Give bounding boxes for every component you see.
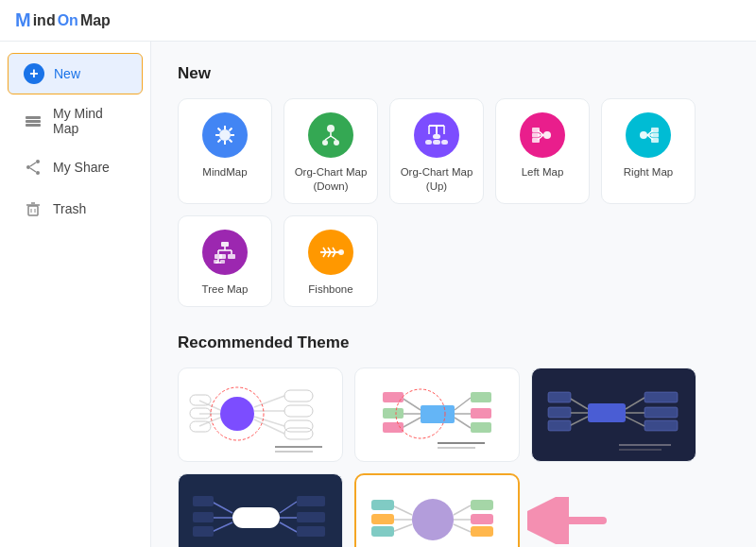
- map-card-orgup[interactable]: Org-Chart Map (Up): [389, 98, 484, 204]
- svg-rect-108: [548, 407, 571, 418]
- svg-rect-78: [284, 428, 313, 439]
- share-icon: [23, 157, 43, 178]
- theme-row-2: [178, 473, 730, 547]
- sidebar-item-new[interactable]: + New: [8, 53, 143, 94]
- map-card-mindmap[interactable]: MindMap: [178, 98, 272, 204]
- svg-point-27: [334, 140, 339, 145]
- svg-rect-34: [433, 140, 440, 145]
- main-area: + New My Mind Map: [0, 42, 756, 547]
- svg-rect-146: [471, 526, 493, 537]
- map-card-treemap[interactable]: Tree Map: [178, 215, 272, 307]
- svg-rect-123: [193, 512, 214, 522]
- logo-text: ind: [33, 12, 56, 29]
- fishbone-icon: [308, 230, 353, 275]
- svg-rect-57: [228, 254, 235, 259]
- svg-rect-48: [651, 133, 659, 138]
- svg-rect-72: [284, 390, 313, 402]
- map-card-rightmap[interactable]: Right Map: [601, 98, 696, 204]
- sidebar-item-myshare[interactable]: My Share: [8, 147, 143, 187]
- svg-line-124: [212, 522, 232, 532]
- svg-rect-136: [371, 500, 394, 510]
- mindmap-icon: [202, 112, 248, 158]
- logo-map: Map: [80, 12, 111, 29]
- svg-rect-92: [383, 408, 404, 419]
- svg-rect-60: [214, 260, 218, 264]
- leftmap-icon: [520, 112, 565, 158]
- treemap-label: Tree Map: [202, 282, 249, 297]
- svg-line-24: [325, 136, 331, 140]
- svg-rect-41: [532, 133, 540, 138]
- svg-point-5: [36, 171, 40, 175]
- svg-rect-104: [588, 403, 626, 422]
- map-card-orgdown[interactable]: Org-Chart Map(Down): [284, 98, 378, 204]
- svg-line-19: [230, 140, 232, 143]
- recommended-section: Recommended Theme: [178, 333, 730, 547]
- new-section-title: New: [178, 64, 730, 83]
- svg-rect-90: [383, 392, 404, 402]
- svg-line-130: [280, 522, 297, 532]
- svg-rect-33: [425, 140, 432, 145]
- svg-line-95: [455, 398, 471, 410]
- svg-rect-40: [532, 128, 540, 132]
- svg-line-139: [392, 524, 412, 532]
- svg-rect-47: [651, 128, 659, 132]
- svg-line-21: [218, 140, 221, 143]
- svg-rect-140: [371, 526, 394, 537]
- svg-line-18: [218, 128, 221, 131]
- svg-rect-8: [28, 206, 38, 215]
- svg-rect-1: [26, 120, 41, 123]
- svg-point-36: [543, 131, 551, 139]
- theme-card-3[interactable]: [531, 368, 696, 462]
- sidebar-new-label: New: [54, 66, 80, 81]
- svg-rect-50: [221, 242, 229, 247]
- svg-rect-106: [548, 392, 571, 402]
- theme-card-2[interactable]: [354, 368, 520, 462]
- orgdown-label: Org-Chart Map(Down): [295, 165, 368, 194]
- arrow-indicator: [527, 497, 612, 544]
- trash-icon: [23, 198, 43, 219]
- svg-line-25: [331, 136, 336, 140]
- svg-rect-125: [193, 526, 214, 537]
- theme-card-1[interactable]: [178, 368, 343, 462]
- theme-card-5[interactable]: [354, 473, 520, 547]
- svg-rect-98: [471, 408, 491, 419]
- sidebar-myshare-label: My Share: [53, 160, 110, 175]
- logo: M ind On Map: [15, 9, 111, 31]
- svg-rect-61: [220, 260, 225, 264]
- svg-line-7: [30, 168, 36, 172]
- svg-line-20: [230, 128, 232, 131]
- svg-rect-74: [284, 405, 313, 417]
- svg-line-126: [280, 502, 297, 513]
- svg-line-6: [30, 162, 36, 166]
- svg-rect-144: [471, 514, 493, 524]
- sidebar-trash-label: Trash: [53, 201, 86, 216]
- svg-point-13: [219, 129, 231, 141]
- map-card-fishbone[interactable]: Fishbone: [284, 215, 378, 307]
- theme-card-4[interactable]: [178, 473, 343, 547]
- svg-rect-88: [421, 405, 455, 423]
- theme-row-1: [178, 368, 730, 462]
- svg-line-105: [569, 398, 588, 409]
- map-card-leftmap[interactable]: Left Map: [495, 98, 590, 204]
- orgup-label: Org-Chart Map (Up): [398, 165, 475, 194]
- sidebar-item-mymindmap[interactable]: My Mind Map: [8, 96, 143, 145]
- svg-point-3: [36, 160, 40, 163]
- svg-rect-42: [532, 138, 540, 143]
- sidebar-item-trash[interactable]: Trash: [8, 189, 143, 229]
- svg-line-71: [254, 396, 284, 407]
- svg-rect-138: [371, 514, 394, 524]
- svg-line-135: [392, 505, 412, 515]
- orgup-icon: [414, 112, 459, 158]
- rightmap-label: Right Map: [624, 165, 673, 179]
- svg-point-26: [322, 140, 328, 145]
- svg-rect-127: [297, 496, 325, 506]
- new-section: New: [178, 64, 730, 307]
- logo-on: On: [58, 12, 78, 29]
- svg-rect-114: [644, 407, 678, 418]
- svg-point-69: [338, 249, 344, 255]
- svg-rect-110: [548, 420, 571, 431]
- svg-rect-96: [471, 392, 491, 402]
- svg-rect-49: [651, 138, 659, 143]
- svg-line-115: [626, 417, 644, 426]
- svg-line-99: [455, 418, 471, 428]
